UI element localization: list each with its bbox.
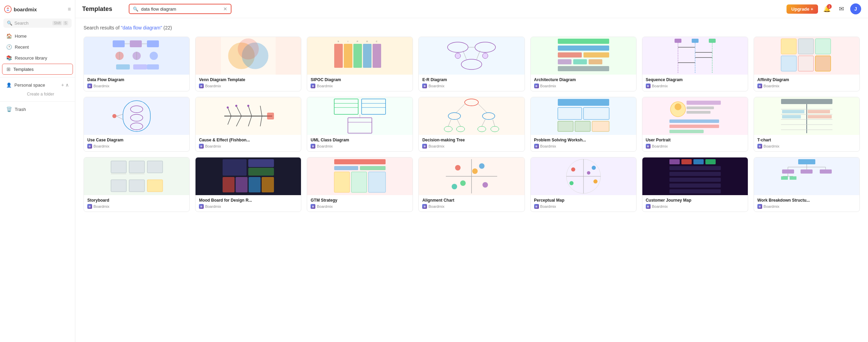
author-name: Boardmix [428, 144, 444, 148]
template-author: B Boardmix [646, 204, 744, 209]
template-name: Decision-making Tree [422, 138, 521, 142]
template-card[interactable]: Venn Diagram Template B Boardmix [195, 37, 301, 91]
author-logo: B [199, 204, 204, 209]
collapse-personal-space-button[interactable]: ∧ [65, 82, 69, 88]
svg-rect-46 [589, 59, 602, 64]
notification-button[interactable]: 🔔 1 [821, 3, 832, 14]
author-name: Boardmix [93, 144, 109, 148]
svg-rect-156 [262, 177, 274, 192]
sidebar-item-trash[interactable]: 🗑️ Trash [2, 104, 73, 114]
svg-point-121 [675, 103, 681, 110]
svg-rect-154 [236, 177, 248, 192]
template-info: User Portrait B Boardmix [642, 135, 748, 151]
svg-point-85 [227, 106, 229, 109]
template-card[interactable]: Decision-making Tree B Boardmix [418, 97, 525, 152]
sidebar-collapse-button[interactable]: ≡ [68, 6, 71, 12]
add-personal-space-button[interactable]: + [61, 82, 64, 88]
svg-rect-142 [129, 161, 144, 173]
avatar[interactable]: J [850, 3, 861, 14]
template-author: B Boardmix [311, 204, 409, 209]
author-logo: B [646, 144, 651, 149]
svg-point-86 [235, 105, 237, 107]
sidebar-item-resource-library[interactable]: 📚 Resource library [2, 53, 73, 63]
template-card[interactable]: Data Flow Diagram B Boardmix [84, 37, 190, 91]
svg-rect-41 [558, 46, 609, 51]
template-info: Decision-making Tree B Boardmix [419, 135, 524, 151]
svg-rect-60 [781, 39, 796, 54]
template-author: B Boardmix [646, 144, 744, 149]
library-icon: 📚 [6, 55, 12, 61]
template-card[interactable]: User Portrait B Boardmix [642, 97, 748, 152]
template-card[interactable]: UML Class Diagram B Boardmix [307, 97, 413, 152]
personal-space-section[interactable]: 👤 Personal space + ∧ [2, 80, 73, 90]
sidebar-home-label: Home [15, 34, 27, 39]
template-card[interactable]: Cause & Effect (Fishbon... B Boardmix [195, 97, 301, 152]
mail-button[interactable]: ✉ [836, 3, 847, 14]
template-card[interactable]: Architecture Diagram B Boardmix [530, 37, 637, 91]
template-card[interactable]: Problem Solving Worksh... B Boardmix [530, 97, 637, 152]
template-author: B Boardmix [757, 84, 856, 88]
svg-point-179 [569, 181, 574, 185]
template-author: B Boardmix [534, 204, 633, 209]
svg-text:C: C [376, 40, 378, 42]
svg-rect-129 [781, 99, 832, 104]
template-search-input[interactable] [141, 7, 221, 12]
template-info: Sequence Diagram B Boardmix [642, 75, 748, 91]
svg-rect-8 [116, 64, 130, 69]
svg-rect-2 [113, 40, 125, 47]
template-card[interactable]: Perceptual Map B Boardmix [530, 157, 637, 212]
author-logo: B [757, 204, 762, 209]
template-card[interactable]: Alignment Chart B Boardmix [418, 157, 525, 212]
search-shortcut: Shift S [52, 21, 68, 25]
svg-point-167 [455, 165, 461, 170]
svg-rect-114 [558, 107, 582, 119]
template-card[interactable]: S I P O C SIPOC Diagram B Boardmix [307, 37, 413, 91]
search-clear-button[interactable]: ✕ [223, 6, 227, 12]
template-preview [419, 157, 524, 195]
template-card[interactable]: Storyboard B Boardmix [84, 157, 190, 212]
svg-rect-9 [133, 64, 147, 69]
author-name: Boardmix [764, 84, 779, 88]
author-logo: B [87, 144, 92, 149]
author-logo: B [534, 84, 539, 88]
svg-rect-116 [558, 121, 573, 131]
svg-rect-189 [669, 178, 721, 182]
sidebar-search[interactable]: 🔍 Search Shift S [3, 18, 72, 28]
svg-rect-163 [368, 172, 386, 192]
template-card[interactable]: GTM Strategy B Boardmix [307, 157, 413, 212]
search-results-header: Search results of "data flow diagram" (2… [84, 25, 860, 30]
template-name: GTM Strategy [311, 198, 409, 203]
svg-rect-4 [147, 40, 159, 47]
template-card[interactable]: T-chart B Boardmix [754, 97, 860, 152]
sidebar-item-home[interactable]: 🏠 Home [2, 31, 73, 41]
sidebar-item-templates[interactable]: ⊞ Templates [2, 64, 73, 75]
template-info: Work Breakdown Structu... B Boardmix [754, 195, 859, 212]
template-card[interactable]: Work Breakdown Structu... B Boardmix [754, 157, 860, 212]
template-card[interactable]: Customer Journey Map B Boardmix [642, 157, 748, 212]
author-name: Boardmix [317, 84, 332, 88]
personal-space-left: 👤 Personal space [6, 83, 45, 88]
template-name: UML Class Diagram [311, 138, 409, 142]
template-card[interactable]: E-R Diagram B Boardmix [418, 37, 525, 91]
template-preview [84, 97, 189, 135]
svg-rect-62 [815, 39, 831, 54]
template-info: Alignment Chart B Boardmix [419, 195, 524, 212]
template-card[interactable]: Use Case Diagram B Boardmix [84, 97, 190, 152]
svg-rect-117 [575, 121, 590, 131]
template-card[interactable]: Affinity Diagram B Boardmix [754, 37, 860, 91]
template-card[interactable]: Mood Board for Design R... B Boardmix [195, 157, 301, 212]
upgrade-button[interactable]: Upgrade + [787, 4, 818, 14]
template-preview [531, 37, 636, 75]
svg-rect-63 [781, 56, 796, 71]
template-info: SIPOC Diagram B Boardmix [307, 75, 413, 91]
template-preview [754, 37, 859, 75]
template-search-box[interactable]: 🔍 ✕ [129, 4, 231, 14]
svg-point-168 [479, 163, 485, 169]
svg-rect-10 [147, 64, 159, 69]
sidebar-item-recent[interactable]: 🕐 Recent [2, 42, 73, 52]
svg-point-37 [455, 53, 461, 59]
shortcut-shift: Shift [52, 21, 62, 25]
create-folder-button[interactable]: Create a folder [10, 92, 71, 97]
search-results-query: "data flow diagram" [121, 25, 162, 30]
template-card[interactable]: Sequence Diagram B Boardmix [642, 37, 748, 91]
